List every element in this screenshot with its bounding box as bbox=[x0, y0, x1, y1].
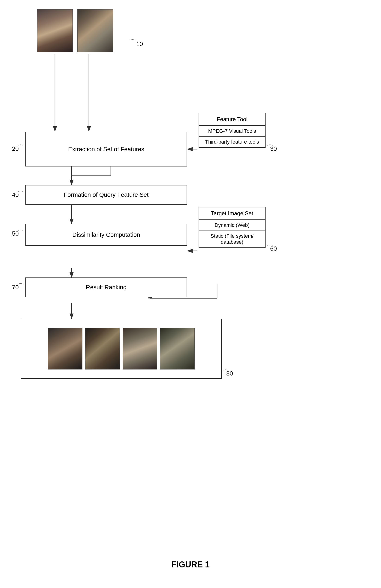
figure-caption: FIGURE 1 bbox=[156, 560, 225, 569]
query-images bbox=[37, 9, 113, 52]
result-image-3 bbox=[123, 328, 157, 370]
target-image-item2: Static (File system/ database) bbox=[199, 231, 265, 247]
extraction-label: Extraction of Set of Features bbox=[68, 146, 144, 153]
ref-20-curve: ⌒ bbox=[17, 143, 24, 152]
query-formation-label: Formation of Query Feature Set bbox=[64, 191, 149, 198]
ref-70-curve: ⌒ bbox=[17, 282, 24, 291]
result-image-4 bbox=[160, 328, 195, 370]
target-image-box: Target Image Set Dynamic (Web) Static (F… bbox=[199, 207, 266, 248]
dissimilarity-label: Dissimilarity Computation bbox=[72, 231, 140, 238]
feature-tool-box: Feature Tool MPEG-7 Visual Tools Third-p… bbox=[199, 113, 266, 148]
query-formation-box: Formation of Query Feature Set bbox=[25, 185, 187, 205]
query-image-2 bbox=[77, 9, 113, 52]
ref-60-curve: ⌒ bbox=[267, 244, 273, 252]
ref-30-curve: ⌒ bbox=[267, 143, 273, 152]
ref-10: 10 bbox=[136, 41, 143, 48]
feature-tool-header: Feature Tool bbox=[199, 113, 265, 126]
target-image-item1: Dynamic (Web) bbox=[199, 220, 265, 231]
result-ranking-box: Result Ranking bbox=[25, 277, 187, 297]
target-image-header: Target Image Set bbox=[199, 208, 265, 220]
ref-50-curve: ⌒ bbox=[17, 229, 24, 237]
ref-40-curve: ⌒ bbox=[17, 189, 24, 198]
result-images-container bbox=[21, 319, 222, 379]
result-image-1 bbox=[48, 328, 82, 370]
result-ranking-label: Result Ranking bbox=[86, 284, 127, 291]
result-image-2 bbox=[85, 328, 120, 370]
ref-80-curve: ⌒ bbox=[222, 368, 229, 377]
diagram-container: 10 ⌒ Extraction of Set of Features 20 ⌒ … bbox=[0, 0, 381, 588]
dissimilarity-box: Dissimilarity Computation bbox=[25, 224, 187, 246]
ref-10-curve: ⌒ bbox=[129, 38, 136, 47]
feature-tool-item1: MPEG-7 Visual Tools bbox=[199, 126, 265, 136]
extraction-box: Extraction of Set of Features bbox=[25, 132, 187, 167]
query-image-1 bbox=[37, 9, 73, 52]
feature-tool-item2: Third-party feature tools bbox=[199, 136, 265, 147]
